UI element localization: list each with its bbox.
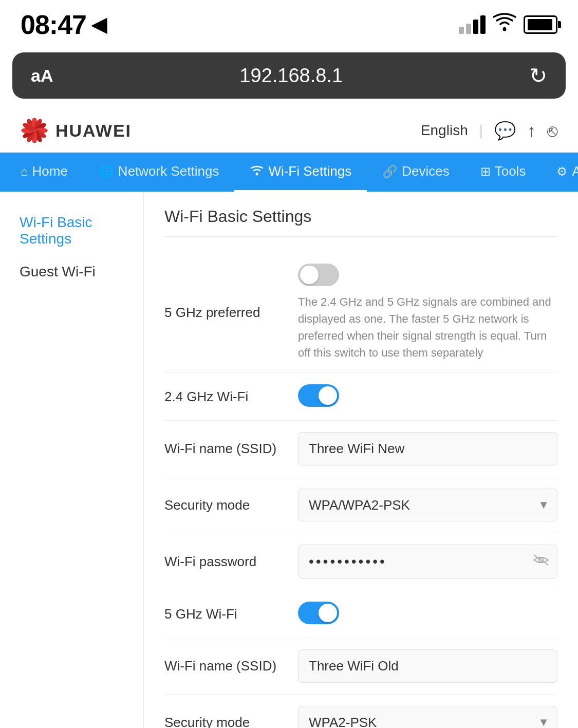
select-security-mode-5[interactable]: WPA2-PSK WPA/WPA2-PSK WPA-PSK None bbox=[298, 706, 557, 728]
control-5ghz-wifi bbox=[298, 602, 557, 626]
toggle-knob-5ghz-wifi bbox=[319, 604, 337, 622]
devices-icon: 🔗 bbox=[382, 164, 398, 179]
sidebar-item-wifi-basic[interactable]: Wi-Fi Basic Settings bbox=[10, 207, 133, 254]
label-wifi-name-2.4: Wi-Fi name (SSID) bbox=[164, 441, 288, 457]
svg-point-13 bbox=[256, 173, 258, 175]
sidebar: Wi-Fi Basic Settings Guest Wi-Fi bbox=[0, 192, 144, 728]
setting-security-mode-5: Security mode WPA2-PSK WPA/WPA2-PSK WPA-… bbox=[164, 695, 557, 728]
nav-item-tools-label: Tools bbox=[495, 163, 526, 179]
section-title: Wi-Fi Basic Settings bbox=[164, 207, 557, 237]
url-display[interactable]: 192.168.8.1 bbox=[239, 65, 343, 87]
control-2.4ghz-wifi bbox=[298, 384, 557, 409]
control-security-mode-5: WPA2-PSK WPA/WPA2-PSK WPA-PSK None ▼ bbox=[298, 706, 557, 728]
setting-wifi-name-5: Wi-Fi name (SSID) bbox=[164, 638, 557, 695]
status-icons bbox=[459, 12, 557, 38]
setting-wifi-name-2.4: Wi-Fi name (SSID) bbox=[164, 421, 557, 477]
reload-button[interactable]: ↻ bbox=[529, 63, 547, 88]
control-wifi-password-2.4 bbox=[298, 545, 557, 578]
signal-bar-3 bbox=[473, 20, 478, 34]
control-security-mode-2.4: WPA/WPA2-PSK WPA2-PSK WPA-PSK None ▼ bbox=[298, 489, 557, 521]
signal-bars bbox=[459, 15, 486, 34]
huawei-logo-icon bbox=[21, 118, 48, 143]
network-settings-icon: 🌐 bbox=[99, 164, 114, 179]
control-wifi-name-2.4 bbox=[298, 432, 557, 465]
nav-item-advanced-label: Advanced bbox=[572, 163, 578, 179]
huawei-header: HUAWEI English | 💬 ↑ ⎋ bbox=[0, 109, 578, 153]
sidebar-guest-wifi-label: Guest Wi-Fi bbox=[20, 264, 96, 279]
setting-security-mode-2.4: Security mode WPA/WPA2-PSK WPA2-PSK WPA-… bbox=[164, 477, 557, 533]
nav-item-devices[interactable]: 🔗 Devices bbox=[367, 153, 464, 192]
toggle-knob-5ghz bbox=[300, 266, 319, 284]
advanced-icon: ⚙ bbox=[556, 164, 568, 179]
nav-item-tools[interactable]: ⊞ Tools bbox=[465, 153, 542, 192]
comment-icon[interactable]: 💬 bbox=[494, 120, 516, 141]
description-5ghz-preferred: The 2.4 GHz and 5 GHz signals are combin… bbox=[298, 293, 557, 361]
location-icon: ◀ bbox=[91, 13, 106, 36]
address-bar-wrap: aA 192.168.8.1 ↻ bbox=[0, 47, 578, 109]
wifi-status-icon bbox=[493, 12, 516, 38]
select-wrap-security-5: WPA2-PSK WPA/WPA2-PSK WPA-PSK None ▼ bbox=[298, 706, 557, 728]
label-security-mode-5: Security mode bbox=[164, 715, 288, 729]
huawei-brand-name: HUAWEI bbox=[55, 121, 132, 141]
input-wifi-password-2.4[interactable] bbox=[298, 545, 557, 578]
main-content: Wi-Fi Basic Settings 5 GHz preferred The… bbox=[144, 192, 578, 728]
nav-item-devices-label: Devices bbox=[402, 163, 449, 179]
sidebar-wifi-basic-label: Wi-Fi Basic Settings bbox=[20, 214, 92, 247]
upload-icon[interactable]: ↑ bbox=[527, 121, 536, 141]
nav-item-network-label: Network Settings bbox=[118, 163, 219, 179]
label-5ghz-preferred: 5 GHz preferred bbox=[164, 305, 288, 321]
tools-icon: ⊞ bbox=[480, 164, 491, 179]
password-eye-icon-2.4[interactable] bbox=[533, 553, 549, 570]
control-5ghz-preferred: The 2.4 GHz and 5 GHz signals are combin… bbox=[298, 264, 557, 361]
toggle-5ghz-preferred[interactable] bbox=[298, 264, 339, 286]
nav-bar: ⌂ Home 🌐 Network Settings Wi-Fi Settings… bbox=[0, 153, 578, 192]
language-selector[interactable]: English bbox=[421, 122, 468, 139]
nav-item-home-label: Home bbox=[32, 163, 68, 179]
setting-wifi-password-2.4: Wi-Fi password bbox=[164, 533, 557, 590]
sidebar-item-guest-wifi[interactable]: Guest Wi-Fi bbox=[10, 256, 133, 287]
label-security-mode-2.4: Security mode bbox=[164, 497, 288, 513]
signal-bar-4 bbox=[480, 15, 486, 34]
battery-icon bbox=[524, 15, 557, 34]
status-bar: 08:47 ◀ bbox=[0, 0, 578, 47]
svg-line-15 bbox=[534, 555, 548, 565]
setting-5ghz-wifi: 5 GHz Wi-Fi bbox=[164, 590, 557, 638]
password-wrap-2.4 bbox=[298, 545, 557, 578]
nav-item-advanced[interactable]: ⚙ Advanced bbox=[541, 153, 578, 192]
nav-item-wifi-settings[interactable]: Wi-Fi Settings bbox=[234, 153, 367, 192]
control-wifi-name-5 bbox=[298, 649, 557, 683]
svg-point-0 bbox=[503, 28, 507, 31]
label-wifi-name-5: Wi-Fi name (SSID) bbox=[164, 658, 288, 674]
huawei-logo: HUAWEI bbox=[21, 118, 132, 143]
wifi-settings-icon bbox=[250, 164, 264, 179]
address-bar[interactable]: aA 192.168.8.1 ↻ bbox=[12, 52, 566, 99]
text-size-button[interactable]: aA bbox=[31, 66, 53, 86]
nav-item-wifi-label: Wi-Fi Settings bbox=[268, 163, 351, 179]
setting-5ghz-preferred: 5 GHz preferred The 2.4 GHz and 5 GHz si… bbox=[164, 252, 557, 373]
setting-2.4ghz-wifi: 2.4 GHz Wi-Fi bbox=[164, 373, 557, 421]
signal-bar-1 bbox=[459, 27, 464, 34]
label-wifi-password-2.4: Wi-Fi password bbox=[164, 554, 288, 570]
nav-item-home[interactable]: ⌂ Home bbox=[5, 153, 83, 192]
status-time: 08:47 bbox=[21, 9, 86, 40]
toggle-5ghz-wifi[interactable] bbox=[298, 602, 339, 624]
select-security-mode-2.4[interactable]: WPA/WPA2-PSK WPA2-PSK WPA-PSK None bbox=[298, 489, 557, 521]
input-wifi-name-2.4[interactable] bbox=[298, 432, 557, 465]
signal-bar-2 bbox=[466, 24, 471, 34]
home-icon: ⌂ bbox=[21, 164, 28, 179]
content-layout: Wi-Fi Basic Settings Guest Wi-Fi Wi-Fi B… bbox=[0, 192, 578, 728]
toggle-2.4ghz-wifi[interactable] bbox=[298, 384, 339, 407]
label-5ghz-wifi: 5 GHz Wi-Fi bbox=[164, 606, 288, 622]
input-wifi-name-5[interactable] bbox=[298, 649, 557, 683]
label-2.4ghz-wifi: 2.4 GHz Wi-Fi bbox=[164, 389, 288, 405]
huawei-right-controls: English | 💬 ↑ ⎋ bbox=[421, 120, 557, 141]
select-wrap-security-2.4: WPA/WPA2-PSK WPA2-PSK WPA-PSK None ▼ bbox=[298, 489, 557, 521]
toggle-knob-2.4ghz bbox=[319, 386, 337, 405]
nav-item-network-settings[interactable]: 🌐 Network Settings bbox=[83, 153, 235, 192]
logout-icon[interactable]: ⎋ bbox=[547, 121, 557, 141]
